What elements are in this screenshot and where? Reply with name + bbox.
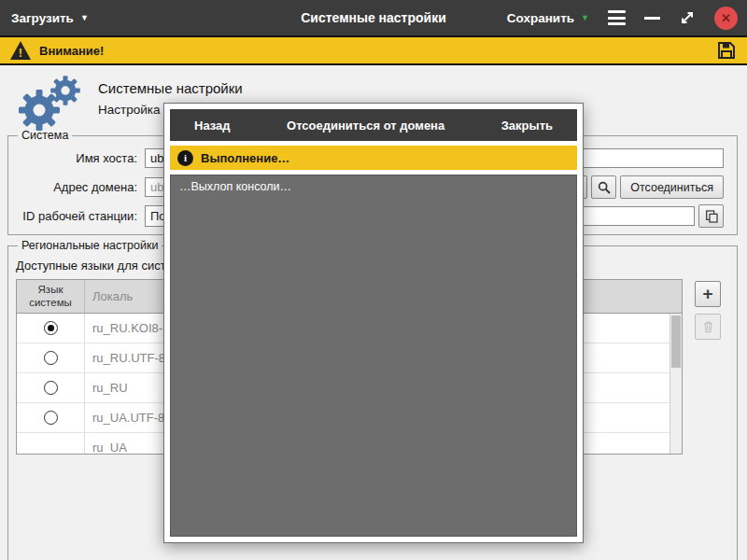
close-icon[interactable]: ✕ (714, 7, 738, 30)
svg-text:!: ! (19, 46, 22, 60)
domain-label: Адрес домена: (14, 180, 137, 194)
search-domain-button[interactable] (591, 175, 616, 199)
copy-id-button[interactable] (698, 204, 724, 228)
app-window: Загрузить ▼ Системные настройки Сохранит… (0, 0, 747, 560)
hostname-label: Имя хоста: (14, 151, 137, 165)
dialog-close-button[interactable]: Закрыть (501, 119, 553, 133)
warning-bar: ! Внимание! (0, 35, 747, 65)
radio[interactable] (44, 411, 58, 425)
dialog-disconnect-domain-button[interactable]: Отсоединиться от домена (287, 119, 444, 133)
load-menu-label: Загрузить (11, 11, 74, 25)
radio[interactable] (44, 351, 58, 365)
save-menu-button[interactable]: Сохранить ▼ (507, 11, 589, 25)
titlebar-actions: Сохранить ▼ ✕ (507, 7, 738, 30)
table-actions: + (695, 279, 721, 455)
dialog-status-text: Выполнение… (201, 151, 289, 165)
dialog-back-button[interactable]: Назад (194, 119, 231, 133)
radio[interactable] (44, 381, 58, 395)
save-menu-label: Сохранить (507, 11, 574, 25)
console-dialog: Назад Отсоединиться от домена Закрыть i … (163, 103, 584, 543)
menu-icon[interactable] (608, 7, 626, 29)
disconnect-button[interactable]: Отсоединиться (620, 175, 724, 199)
page-subtitle: Настройка (98, 103, 160, 117)
table-scrollbar[interactable] (669, 314, 682, 454)
radio-cell (17, 343, 84, 372)
column-header-system-language: Язык системы (17, 280, 84, 313)
load-menu-button[interactable]: Загрузить ▼ (11, 11, 89, 25)
radio-cell (17, 403, 84, 432)
warning-icon: ! (9, 40, 32, 61)
save-floppy-icon[interactable] (715, 39, 738, 62)
system-section-legend: Система (18, 129, 72, 142)
chevron-down-green-icon: ▼ (581, 14, 589, 22)
dialog-header: Назад Отсоединиться от домена Закрыть (170, 109, 577, 141)
page-title: Системные настройки (98, 80, 243, 96)
dialog-status-bar: i Выполнение… (170, 146, 577, 170)
gears-icon (9, 73, 88, 133)
scrollbar-thumb[interactable] (671, 315, 681, 368)
trash-icon (701, 319, 715, 334)
radio-cell (17, 433, 84, 455)
warning-text: Внимание! (39, 44, 104, 58)
radio-cell (17, 314, 84, 343)
copy-icon (704, 209, 719, 224)
add-locale-button[interactable]: + (695, 281, 721, 307)
console-output: …Выхлоп консоли… (170, 175, 577, 537)
delete-locale-button (695, 314, 721, 340)
workstation-id-label: ID рабочей станции: (14, 209, 137, 223)
info-icon: i (177, 150, 193, 166)
search-icon (597, 180, 612, 195)
expand-icon[interactable] (679, 9, 696, 26)
radio-cell (17, 373, 84, 402)
regional-section-legend: Региональные настройки (18, 239, 162, 252)
chevron-down-icon: ▼ (80, 14, 89, 22)
titlebar: Загрузить ▼ Системные настройки Сохранит… (0, 0, 747, 35)
radio[interactable] (44, 321, 58, 335)
minimize-icon[interactable] (644, 17, 660, 20)
